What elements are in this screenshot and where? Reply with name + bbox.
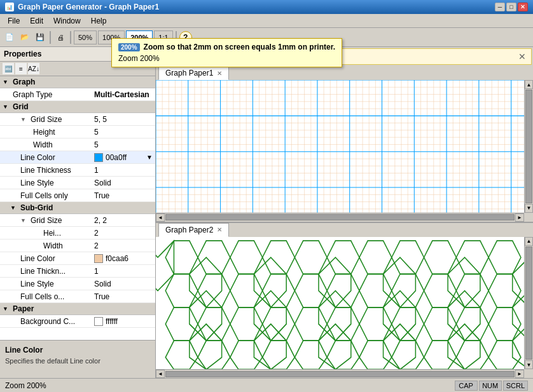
- graph-paper1-vscroll[interactable]: ▲ ▼: [524, 80, 533, 213]
- menu-file[interactable]: File: [3, 15, 25, 27]
- tab-container: Graph Paper1 ✕: [156, 66, 533, 378]
- grid-line-color-row[interactable]: Line Color 00a0ff ▼: [0, 151, 155, 164]
- paper-section-label: Paper: [13, 304, 34, 313]
- close-button[interactable]: ✕: [518, 3, 528, 11]
- prop-sort-alpha-button[interactable]: 🔤: [3, 63, 14, 74]
- grid-size-label: Grid Size: [29, 114, 92, 125]
- subgrid-line-thickness-row: Line Thickn... 1: [0, 265, 155, 278]
- save-button[interactable]: 💾: [33, 30, 47, 44]
- new-button[interactable]: 📄: [3, 30, 17, 44]
- subgrid-line-thickness-value: 1: [92, 266, 155, 276]
- subgrid-width-row: Width 2: [0, 240, 155, 252]
- scroll-right-arrow[interactable]: ►: [515, 213, 524, 222]
- graph2-scroll-right-arrow[interactable]: ►: [515, 370, 524, 378]
- hexagonal-graph-svg: [156, 237, 524, 370]
- graph-paper2-hscroll-row: ◄ ►: [156, 369, 533, 378]
- grid-line-color-dropdown-icon[interactable]: ▼: [146, 154, 153, 161]
- subgrid-full-cells-row: Full Cells o... True: [0, 290, 155, 303]
- tab-graph-paper1[interactable]: Graph Paper1 ✕: [158, 66, 229, 80]
- paper-section: ▼ Paper Background C... ffffff: [0, 303, 155, 328]
- graph-type-row: Graph Type Multi-Cartesian: [0, 88, 155, 101]
- tab-graph-paper1-close[interactable]: ✕: [217, 70, 222, 77]
- status-zoom-text: Zoom 200%: [5, 381, 46, 390]
- tab-graph-paper2-close[interactable]: ✕: [217, 226, 222, 233]
- info-bar-close-button[interactable]: ✕: [518, 51, 526, 62]
- cartesian-graph-svg: [156, 80, 524, 213]
- prop-sort-az-button[interactable]: AZ↓: [28, 63, 39, 74]
- subgrid-section: ▼ Sub-Grid ▼ Grid Size 2, 2 Hei... 2 Wid…: [0, 202, 155, 303]
- subgrid-line-color-row: Line Color f0caa6: [0, 252, 155, 265]
- app-icon: 📊: [5, 3, 14, 11]
- tooltip-subtitle: Zoom 200%: [118, 54, 335, 63]
- graph-paper2-panel: Graph Paper2 ✕: [156, 223, 533, 379]
- maximize-button[interactable]: □: [506, 3, 516, 11]
- prop-info-title: Line Color: [5, 346, 150, 355]
- menu-bar: File Edit Window Help: [0, 14, 533, 28]
- grid-section-label: Grid: [13, 102, 29, 111]
- graph-paper1-hscroll[interactable]: ◄ ►: [156, 213, 524, 222]
- scroll-thumb[interactable]: [525, 90, 532, 203]
- subgrid-line-color-value: f0caa6: [92, 253, 155, 264]
- tooltip-box: 200% Zoom so that 2mm on screen equals 1…: [111, 38, 342, 67]
- subgrid-line-style-value: Solid: [92, 279, 155, 289]
- scroll-left-arrow[interactable]: ◄: [156, 213, 165, 222]
- grid-full-cells-value: True: [92, 191, 155, 201]
- scroll-up-arrow[interactable]: ▲: [525, 80, 533, 89]
- graph-type-value: Multi-Cartesian: [92, 90, 155, 100]
- minimize-button[interactable]: ─: [495, 3, 505, 11]
- menu-window[interactable]: Window: [48, 15, 86, 27]
- graph-paper1-hscroll-row: ◄ ►: [156, 213, 533, 222]
- status-bar: Zoom 200% CAP NUM SCRL: [0, 378, 533, 392]
- tooltip-badge: 200%: [118, 43, 140, 51]
- graph2-scroll-up-arrow[interactable]: ▲: [525, 237, 533, 246]
- subgrid-expand-icon: ▼: [10, 205, 18, 211]
- grid-width-row: Width 5: [0, 139, 155, 151]
- properties-title: Properties: [4, 50, 41, 58]
- menu-help[interactable]: Help: [86, 15, 112, 27]
- subgrid-full-cells-value: True: [92, 292, 155, 302]
- subgrid-size-value: 2, 2: [92, 215, 155, 226]
- subgrid-size-row: ▼ Grid Size 2, 2: [0, 214, 155, 227]
- grid-expand-icon: ▼: [3, 104, 10, 110]
- graph-paper2-hscroll[interactable]: ◄ ►: [156, 369, 524, 378]
- subgrid-line-thickness-label: Line Thickn...: [0, 266, 92, 276]
- graph2-scroll-down-arrow[interactable]: ▼: [525, 360, 533, 369]
- menu-edit[interactable]: Edit: [25, 15, 48, 27]
- print-button[interactable]: 🖨: [53, 30, 67, 44]
- grid-line-style-label: Line Style: [10, 178, 92, 188]
- paper-bg-color-value: ffffff: [92, 316, 155, 327]
- graph-section: ▼ Graph Graph Type Multi-Cartesian: [0, 76, 155, 101]
- paper-bg-color-row: Background C... ffffff: [0, 315, 155, 328]
- subgrid-section-header[interactable]: ▼ Sub-Grid: [0, 202, 155, 214]
- grid-section: ▼ Grid ▼ Grid Size 5, 5 Height 5 Width 5: [0, 101, 155, 202]
- status-cap: CAP: [455, 381, 478, 391]
- graph-section-header[interactable]: ▼ Graph: [0, 76, 155, 88]
- graph-paper1-wrapper: ▲ ▼ ◄ ►: [156, 80, 533, 222]
- tab-graph-paper2-label: Graph Paper2: [165, 226, 213, 234]
- graph2-hscroll-thumb[interactable]: [165, 371, 515, 377]
- graph-paper2-vscroll[interactable]: ▲ ▼: [524, 237, 533, 370]
- scroll-down-arrow[interactable]: ▼: [525, 204, 533, 213]
- paper-section-header[interactable]: ▼ Paper: [0, 303, 155, 315]
- scroll-corner: [524, 213, 533, 222]
- open-button[interactable]: 📂: [18, 30, 32, 44]
- window-title: Graph Paper Generator - Graph Paper1: [18, 3, 159, 11]
- tab-graph-paper2[interactable]: Graph Paper2 ✕: [158, 223, 229, 237]
- paper-expand-icon: ▼: [3, 306, 10, 312]
- subgrid-width-value: 2: [92, 241, 155, 251]
- graph-type-label: Graph Type: [10, 90, 92, 100]
- graph-paper1-canvas: [156, 80, 524, 213]
- grid-section-header[interactable]: ▼ Grid: [0, 101, 155, 113]
- content-area: ...promise the graph in the Properties d…: [156, 47, 533, 378]
- zoom-50-button[interactable]: 50%: [74, 30, 97, 44]
- graph-paper2-wrapper: ▲ ▼ ◄ ►: [156, 237, 533, 379]
- grid-size-expand-icon: ▼: [20, 116, 28, 123]
- hscroll-thumb[interactable]: [165, 214, 515, 220]
- grid-size-value: 5, 5: [92, 114, 155, 125]
- subgrid-line-color-label: Line Color: [0, 253, 92, 264]
- graph2-scroll-left-arrow[interactable]: ◄: [156, 370, 165, 378]
- prop-sort-category-button[interactable]: ≡: [15, 63, 27, 74]
- subgrid-height-label: Hei...: [41, 228, 92, 238]
- graph2-scroll-thumb[interactable]: [525, 247, 532, 360]
- grid-height-value: 5: [92, 127, 155, 137]
